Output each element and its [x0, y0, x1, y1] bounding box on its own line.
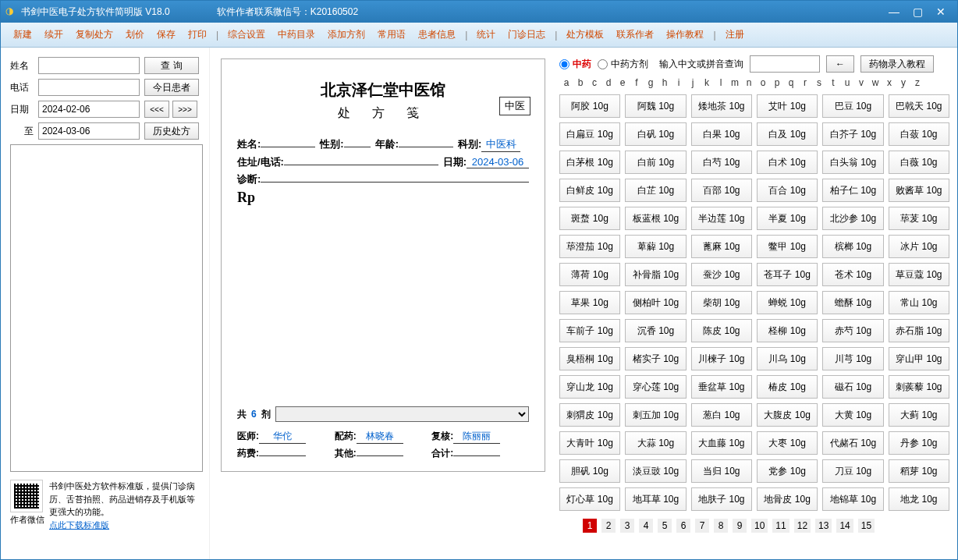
- herb-button[interactable]: 白矾 10g: [625, 122, 686, 146]
- alpha-n[interactable]: n: [742, 77, 756, 88]
- herb-button[interactable]: 大蒜 10g: [625, 431, 686, 455]
- herb-button[interactable]: 蚕沙 10g: [691, 263, 752, 286]
- check-value[interactable]: 陈丽丽: [453, 430, 500, 444]
- tutorial-button[interactable]: 药物录入教程: [860, 55, 934, 73]
- herb-button[interactable]: 大腹皮 10g: [757, 403, 818, 427]
- alpha-z[interactable]: z: [910, 77, 924, 88]
- herb-button[interactable]: 大蓟 10g: [889, 403, 949, 427]
- page-15[interactable]: 15: [858, 519, 875, 533]
- herb-button[interactable]: 常山 10g: [889, 291, 949, 314]
- alpha-r[interactable]: r: [798, 77, 812, 88]
- herb-button[interactable]: 槟榔 10g: [822, 235, 883, 258]
- menu-item-中药目录[interactable]: 中药目录: [271, 25, 321, 44]
- download-link[interactable]: 点此下载标准版: [49, 520, 109, 530]
- herb-button[interactable]: 斑蝥 10g: [559, 207, 620, 230]
- alpha-m[interactable]: m: [728, 77, 742, 88]
- herb-button[interactable]: 党参 10g: [757, 459, 818, 483]
- menu-item-患者信息[interactable]: 患者信息: [412, 25, 462, 44]
- herb-button[interactable]: 柏子仁 10g: [822, 179, 883, 202]
- herb-search-input[interactable]: [750, 55, 820, 73]
- formula-radio[interactable]: [598, 59, 608, 69]
- alpha-d[interactable]: d: [601, 77, 616, 88]
- herb-button[interactable]: 矮地茶 10g: [691, 94, 752, 118]
- herb-button[interactable]: 艾叶 10g: [757, 94, 818, 118]
- herb-button[interactable]: 赤芍 10g: [822, 319, 883, 342]
- rx-gender-value[interactable]: [344, 147, 371, 147]
- alpha-a[interactable]: a: [559, 77, 573, 88]
- herb-button[interactable]: 丹参 10g: [889, 431, 949, 455]
- herb-button[interactable]: 半夏 10g: [757, 207, 818, 230]
- herb-button[interactable]: 车前子 10g: [559, 319, 620, 342]
- herb-button[interactable]: 臭梧桐 10g: [559, 347, 620, 370]
- alpha-h[interactable]: h: [658, 77, 672, 88]
- page-10[interactable]: 10: [751, 519, 768, 533]
- herb-button[interactable]: 草豆蔻 10g: [889, 263, 949, 286]
- herb-button[interactable]: 代赭石 10g: [822, 431, 883, 455]
- herb-button[interactable]: 荜茇 10g: [889, 207, 949, 230]
- page-4[interactable]: 4: [639, 519, 653, 533]
- herb-button[interactable]: 磁石 10g: [822, 375, 883, 399]
- menu-item-添加方剂[interactable]: 添加方剂: [321, 25, 371, 44]
- date-to-input[interactable]: [38, 122, 140, 140]
- herb-button[interactable]: 侧柏叶 10g: [625, 291, 686, 314]
- herb-button[interactable]: 草果 10g: [559, 291, 620, 314]
- menu-item-联系作者[interactable]: 联系作者: [610, 25, 660, 44]
- menu-item-复制处方[interactable]: 复制处方: [69, 25, 119, 44]
- rx-diag-value[interactable]: [261, 182, 529, 183]
- menu-item-门诊日志[interactable]: 门诊日志: [502, 25, 552, 44]
- herb-button[interactable]: 地肤子 10g: [691, 487, 752, 511]
- herb-button[interactable]: 白鲜皮 10g: [559, 179, 620, 202]
- alpha-g[interactable]: g: [644, 77, 658, 88]
- alpha-i[interactable]: i: [672, 77, 686, 88]
- alpha-v[interactable]: v: [854, 77, 868, 88]
- herb-button[interactable]: 淡豆豉 10g: [625, 459, 686, 483]
- rx-age-value[interactable]: [399, 147, 453, 147]
- herb-button[interactable]: 川芎 10g: [822, 347, 883, 370]
- herb-button[interactable]: 白茅根 10g: [559, 151, 620, 174]
- herb-button[interactable]: 白前 10g: [625, 151, 686, 174]
- rx-dept-value[interactable]: 中医科: [481, 137, 520, 152]
- herb-button[interactable]: 苍耳子 10g: [757, 263, 818, 286]
- herb-button[interactable]: 冰片 10g: [889, 235, 949, 258]
- herb-button[interactable]: 川乌 10g: [757, 347, 818, 370]
- menu-item-注册[interactable]: 注册: [719, 25, 750, 44]
- menu-item-保存[interactable]: 保存: [151, 25, 182, 44]
- alpha-w[interactable]: w: [868, 77, 882, 88]
- menu-item-续开[interactable]: 续开: [38, 25, 69, 44]
- herb-button[interactable]: 胆矾 10g: [559, 459, 620, 483]
- menu-item-划价[interactable]: 划价: [119, 25, 151, 44]
- close-button[interactable]: ✕: [929, 4, 953, 19]
- herb-button[interactable]: 大枣 10g: [757, 431, 818, 455]
- herb-button[interactable]: 椿皮 10g: [757, 375, 818, 399]
- herb-button[interactable]: 赤石脂 10g: [889, 319, 949, 342]
- menu-item-操作教程[interactable]: 操作教程: [660, 25, 710, 44]
- page-6[interactable]: 6: [676, 519, 690, 533]
- alpha-s[interactable]: s: [812, 77, 826, 88]
- herb-button[interactable]: 荜澄茄 10g: [559, 235, 620, 258]
- herb-button[interactable]: 北沙参 10g: [822, 207, 883, 230]
- herb-button[interactable]: 鳖甲 10g: [757, 235, 818, 258]
- herb-button[interactable]: 萆薢 10g: [625, 235, 686, 258]
- herb-button[interactable]: 川楝子 10g: [691, 347, 752, 370]
- page-14[interactable]: 14: [836, 519, 853, 533]
- page-9[interactable]: 9: [733, 519, 747, 533]
- herb-button[interactable]: 刺猬皮 10g: [559, 403, 620, 427]
- herb-button[interactable]: 地骨皮 10g: [757, 487, 818, 511]
- herb-button[interactable]: 白术 10g: [757, 151, 818, 174]
- herb-button[interactable]: 阿胶 10g: [559, 94, 620, 118]
- herb-radio[interactable]: [559, 59, 569, 69]
- herb-button[interactable]: 半边莲 10g: [691, 207, 752, 230]
- back-button[interactable]: ←: [826, 55, 854, 73]
- page-7[interactable]: 7: [695, 519, 709, 533]
- herb-button[interactable]: 刀豆 10g: [822, 459, 883, 483]
- herb-button[interactable]: 补骨脂 10g: [625, 263, 686, 286]
- alpha-j[interactable]: j: [686, 77, 700, 88]
- herb-button[interactable]: 白扁豆 10g: [559, 122, 620, 146]
- herb-button[interactable]: 柴胡 10g: [691, 291, 752, 314]
- page-2[interactable]: 2: [601, 519, 616, 533]
- fee-value[interactable]: [259, 455, 306, 456]
- alpha-u[interactable]: u: [840, 77, 854, 88]
- herb-button[interactable]: 大青叶 10g: [559, 431, 620, 455]
- alpha-o[interactable]: o: [756, 77, 770, 88]
- menu-item-常用语[interactable]: 常用语: [371, 25, 412, 44]
